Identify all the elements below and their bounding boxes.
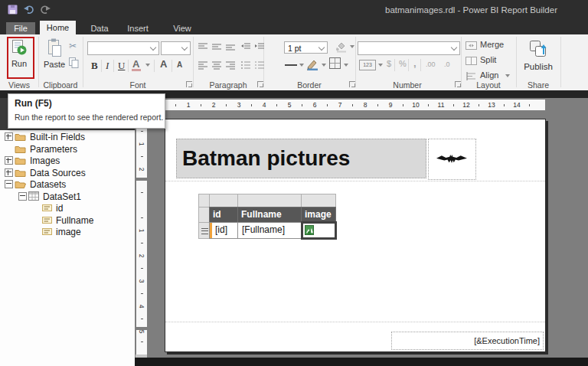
execution-time-textbox[interactable]: [&ExecutionTime]	[391, 332, 544, 350]
underline-button[interactable]: U	[118, 60, 125, 72]
align-right-icon[interactable]	[225, 60, 236, 70]
expand-plus-icon[interactable]	[5, 156, 13, 165]
tree-item-datasets[interactable]: Datasets	[0, 178, 135, 190]
align-center-icon[interactable]	[211, 60, 222, 70]
collapse-minus-icon[interactable]	[18, 192, 27, 201]
copy-icon[interactable]	[69, 57, 79, 68]
fill-color-icon[interactable]	[335, 41, 348, 53]
ruler-number: 7	[335, 101, 345, 109]
header-cell-image[interactable]: image	[301, 207, 336, 223]
folder-icon	[15, 145, 26, 153]
tree-item-field-id[interactable]: id	[0, 202, 135, 214]
border-pen-icon[interactable]	[306, 58, 320, 70]
publish-icon	[528, 38, 549, 60]
chevron-down-icon	[150, 44, 156, 51]
number-format-icon[interactable]: 123	[359, 60, 376, 70]
align-left-icon[interactable]	[198, 60, 208, 70]
paragraph-dialog-launcher-icon[interactable]	[257, 81, 263, 87]
header-cell-id[interactable]: id	[209, 207, 238, 223]
tooltip-title: Run (F5)	[15, 98, 52, 109]
comma-button[interactable]: ,	[413, 57, 416, 69]
report-title-textbox[interactable]: Batman pictures	[176, 139, 426, 178]
batman-logo-imagebox[interactable]	[428, 139, 476, 180]
decrease-indent-icon[interactable]	[240, 42, 251, 51]
split-button[interactable]: Split	[480, 55, 496, 64]
data-cell-id[interactable]: [id]	[209, 222, 238, 239]
field-icon	[42, 204, 52, 211]
row-handle[interactable]	[198, 207, 210, 223]
tree-item-data-sources[interactable]: Data Sources	[0, 167, 135, 178]
data-cell-image-selected[interactable]	[301, 221, 337, 240]
run-tooltip: Run (F5) Run the report to see the rende…	[8, 93, 165, 129]
font-name-combo[interactable]	[87, 41, 159, 55]
increase-decimal-button[interactable]: .00	[426, 60, 436, 68]
tree-item-images[interactable]: Images	[0, 155, 135, 166]
numbered-list-icon[interactable]	[254, 60, 265, 70]
publish-button[interactable]: Publish	[519, 37, 557, 79]
bold-button[interactable]: B	[91, 60, 98, 72]
merge-cells-icon[interactable]	[466, 41, 477, 50]
data-cell-fullname[interactable]: [Fullname]	[237, 222, 302, 239]
dropdown-arrow-icon	[350, 45, 354, 48]
border-width-combo[interactable]: 1 pt	[284, 41, 328, 54]
column-handle[interactable]	[237, 194, 302, 208]
header-cell-fullname[interactable]: Fullname	[237, 207, 302, 223]
collapse-minus-icon[interactable]	[5, 180, 13, 188]
align-layout-icon[interactable]	[466, 72, 477, 80]
borders-grid-icon[interactable]	[329, 57, 341, 69]
grow-font-button[interactable]: A	[160, 58, 167, 70]
tab-view[interactable]: View	[168, 22, 196, 34]
row-handle[interactable]	[198, 222, 210, 239]
ruler-number: 8	[361, 101, 370, 109]
tree-item-built-in-fields[interactable]: Built-in Fields	[0, 131, 135, 142]
align-button[interactable]: Align	[480, 70, 498, 80]
split-cells-icon[interactable]	[466, 57, 477, 65]
title-bar: batmanimages.rdl - Power BI Report Build…	[0, 0, 588, 21]
folder-icon	[15, 156, 26, 165]
tab-home[interactable]: Home	[40, 21, 76, 34]
tab-insert[interactable]: Insert	[122, 22, 153, 34]
divider	[128, 60, 129, 72]
font-color-button[interactable]: A	[132, 58, 152, 72]
line-style-icon[interactable]	[285, 64, 297, 66]
group-label-share: Share	[508, 80, 569, 90]
undo-icon[interactable]	[24, 5, 34, 15]
italic-button[interactable]: I	[106, 60, 109, 72]
column-handle[interactable]	[209, 194, 238, 208]
bullet-list-icon[interactable]	[240, 60, 251, 70]
align-bottom-icon[interactable]	[225, 42, 236, 51]
tree-item-field-fullname[interactable]: Fullname	[0, 214, 135, 226]
cut-icon[interactable]: ✂	[69, 41, 77, 51]
tree-item-parameters[interactable]: Parameters	[0, 143, 135, 155]
expand-plus-icon[interactable]	[5, 168, 13, 177]
font-size-combo[interactable]	[161, 41, 191, 55]
currency-button[interactable]: $	[387, 59, 391, 68]
tab-data[interactable]: Data	[86, 22, 113, 34]
tablix-corner-handle[interactable]	[198, 194, 210, 208]
decrease-decimal-button[interactable]: .0	[444, 60, 450, 68]
redo-icon[interactable]	[40, 5, 51, 15]
group-label-border: Border	[279, 80, 340, 90]
merge-button[interactable]: Merge	[480, 40, 504, 49]
column-handle[interactable]	[301, 194, 336, 208]
shrink-font-button[interactable]: A	[177, 60, 182, 69]
align-top-icon[interactable]	[198, 42, 208, 51]
increase-indent-icon[interactable]	[254, 42, 265, 51]
expand-plus-icon[interactable]	[5, 132, 13, 141]
paste-button[interactable]: Paste	[41, 38, 67, 74]
border-dialog-launcher-icon[interactable]	[349, 81, 355, 87]
tree-item-field-image[interactable]: image	[0, 226, 135, 237]
ruler-number: 10	[411, 101, 420, 109]
tab-file[interactable]: File	[6, 22, 35, 34]
dropdown-arrow-icon	[322, 64, 326, 67]
report-design-surface[interactable]: Batman pictures id Fullname image [id] [	[165, 119, 546, 352]
tree-item-label: Datasets	[30, 179, 66, 190]
dropdown-arrow-icon	[299, 64, 304, 67]
percent-button[interactable]: %	[399, 59, 407, 68]
save-icon[interactable]	[8, 5, 18, 15]
number-format-combo[interactable]	[358, 41, 460, 55]
tree-item-dataset1[interactable]: DataSet1	[0, 191, 135, 202]
font-dialog-launcher-icon[interactable]	[186, 81, 192, 87]
run-button[interactable]: Run	[8, 38, 30, 74]
align-middle-icon[interactable]	[211, 42, 222, 51]
